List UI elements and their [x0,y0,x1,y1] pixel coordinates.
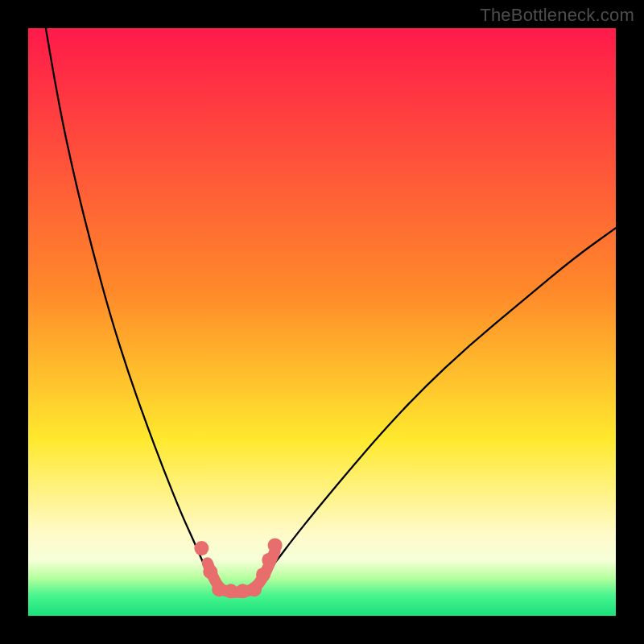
valley-dot [256,568,270,582]
valley-dot [262,553,276,568]
valley-dot [203,564,217,579]
chart-svg [28,28,616,616]
left-curve [46,28,210,578]
watermark-label: TheBottleneck.com [480,5,634,26]
valley-dot [247,582,262,597]
right-curve [263,228,616,577]
valley-dot [268,538,283,552]
outer-frame: TheBottleneck.com [0,0,644,644]
valley-dot [194,541,208,555]
